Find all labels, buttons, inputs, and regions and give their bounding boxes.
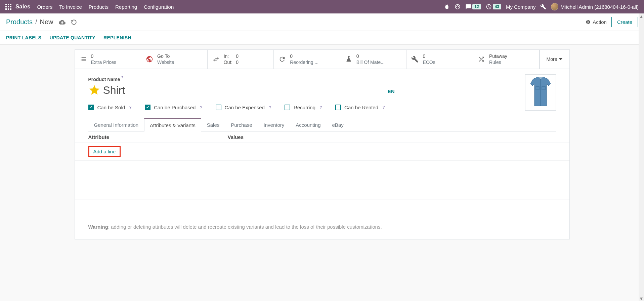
stat-website[interactable]: Go ToWebsite	[141, 50, 208, 69]
replenish-button[interactable]: REPLENISH	[103, 35, 131, 40]
activities-badge: 43	[493, 4, 501, 9]
attribute-table: Attribute Values Add a line	[88, 131, 556, 218]
tab-attributes-variants[interactable]: Attributes & Variants	[144, 118, 201, 131]
globe-icon	[146, 55, 153, 63]
company-selector[interactable]: My Company	[506, 4, 535, 10]
svg-rect-5	[10, 6, 11, 7]
svg-rect-4	[8, 6, 9, 7]
svg-rect-1	[8, 4, 9, 5]
recurring-checkbox[interactable]	[285, 105, 290, 110]
transfer-icon	[212, 55, 220, 63]
help-icon[interactable]: ?	[121, 76, 123, 80]
svg-point-9	[456, 4, 460, 9]
stat-extra-prices[interactable]: 0Extra Prices	[75, 50, 141, 69]
form-body: Product Name? Shirt EN	[75, 69, 569, 239]
svg-rect-6	[5, 8, 7, 10]
scroll-up-icon[interactable]: ▴	[639, 13, 644, 19]
gear-icon	[586, 20, 591, 25]
wrench-icon	[411, 55, 419, 63]
can-be-expensed-label: Can be Expensed	[225, 105, 265, 110]
can-be-sold-label: Can be Sold	[97, 105, 125, 110]
favorite-star-icon[interactable]	[88, 84, 100, 96]
support-icon[interactable]	[455, 4, 461, 10]
tools-icon[interactable]	[540, 4, 546, 10]
column-values: Values	[228, 134, 244, 140]
user-label: Mitchell Admin (21680404-16-0-all)	[560, 4, 639, 10]
svg-rect-8	[10, 8, 11, 10]
brand-label[interactable]: Sales	[15, 3, 30, 10]
stat-putaway[interactable]: PutawayRules	[473, 50, 540, 69]
stat-bom[interactable]: 0Bill Of Mate...	[340, 50, 407, 69]
add-line-link[interactable]: Add a line	[93, 149, 116, 154]
action-label: Action	[593, 19, 607, 25]
tab-general-information[interactable]: General Information	[88, 118, 144, 131]
can-be-rented-checkbox[interactable]	[335, 105, 341, 110]
breadcrumb-current: New	[40, 18, 53, 26]
svg-rect-0	[5, 4, 7, 5]
messages-icon[interactable]: 12	[465, 4, 481, 10]
can-be-purchased-label: Can be Purchased	[154, 105, 196, 110]
tabs: General Information Attributes & Variant…	[88, 118, 556, 131]
breadcrumb-root[interactable]: Products	[6, 18, 33, 26]
form-sheet: 0Extra Prices Go ToWebsite In:0 Out:0 0R…	[75, 49, 570, 239]
shirt-icon	[527, 76, 554, 109]
svg-rect-7	[8, 8, 9, 10]
stat-more[interactable]: More	[540, 50, 569, 69]
warning-text: Warning: adding or deleting attributes w…	[88, 218, 556, 239]
list-icon	[80, 55, 87, 63]
cloud-save-icon[interactable]	[59, 19, 66, 26]
stat-buttons-row: 0Extra Prices Go ToWebsite In:0 Out:0 0R…	[75, 50, 569, 69]
debug-icon[interactable]	[444, 4, 450, 10]
tab-accounting[interactable]: Accounting	[290, 118, 326, 131]
product-name-input[interactable]: Shirt	[103, 84, 125, 97]
menu-products[interactable]: Products	[89, 4, 109, 10]
print-labels-button[interactable]: PRINT LABELS	[6, 35, 42, 40]
refresh-icon	[278, 55, 286, 63]
can-be-sold-checkbox[interactable]	[88, 105, 94, 110]
tab-purchase[interactable]: Purchase	[225, 118, 258, 131]
update-quantity-button[interactable]: UPDATE QUANTITY	[50, 35, 95, 40]
menu-orders[interactable]: Orders	[37, 4, 52, 10]
menu-configuration[interactable]: Configuration	[144, 4, 174, 10]
stat-ecos[interactable]: 0ECOs	[406, 50, 473, 69]
action-button[interactable]: Action	[586, 19, 607, 25]
svg-rect-3	[5, 6, 7, 7]
product-image[interactable]	[525, 74, 556, 111]
discard-icon[interactable]	[71, 19, 77, 25]
menu-to-invoice[interactable]: To Invoice	[59, 4, 82, 10]
tab-sales[interactable]: Sales	[201, 118, 225, 131]
help-icon[interactable]: ?	[269, 105, 271, 109]
top-navbar: Sales Orders To Invoice Products Reporti…	[0, 0, 644, 13]
tab-inventory[interactable]: Inventory	[258, 118, 290, 131]
tab-ebay[interactable]: eBay	[327, 118, 349, 131]
can-be-rented-label: Can be Rented	[344, 105, 378, 110]
language-badge[interactable]: EN	[388, 88, 395, 94]
avatar-icon	[551, 3, 558, 10]
recurring-label: Recurring	[294, 105, 315, 110]
help-icon[interactable]: ?	[129, 105, 131, 109]
help-icon[interactable]: ?	[200, 105, 202, 109]
activities-icon[interactable]: 43	[486, 4, 501, 10]
breadcrumb-sep: /	[35, 18, 37, 26]
scrollbar[interactable]: ▴ ▾	[639, 13, 644, 239]
messages-badge: 12	[472, 4, 481, 9]
column-attribute: Attribute	[88, 134, 228, 140]
user-menu[interactable]: Mitchell Admin (21680404-16-0-all)	[551, 3, 639, 10]
apps-icon[interactable]	[5, 4, 11, 10]
create-button[interactable]: Create	[611, 17, 638, 27]
menu-reporting[interactable]: Reporting	[115, 4, 137, 10]
action-bar: PRINT LABELS UPDATE QUANTITY REPLENISH	[0, 31, 644, 45]
help-icon[interactable]: ?	[383, 105, 385, 109]
breadcrumb: Products / New	[6, 18, 77, 26]
can-be-purchased-checkbox[interactable]	[145, 105, 151, 110]
can-be-expensed-checkbox[interactable]	[216, 105, 221, 110]
svg-rect-2	[10, 4, 11, 5]
stat-reordering[interactable]: 0Reordering ...	[274, 50, 340, 69]
breadcrumb-bar: Products / New Action Create	[0, 13, 644, 31]
add-line-highlight: Add a line	[88, 146, 121, 157]
help-icon[interactable]: ?	[320, 105, 322, 109]
flask-icon	[345, 55, 352, 63]
caret-down-icon	[559, 58, 562, 61]
stat-in-out[interactable]: In:0 Out:0	[208, 50, 274, 69]
checkbox-row: Can be Sold? Can be Purchased? Can be Ex…	[88, 105, 556, 110]
